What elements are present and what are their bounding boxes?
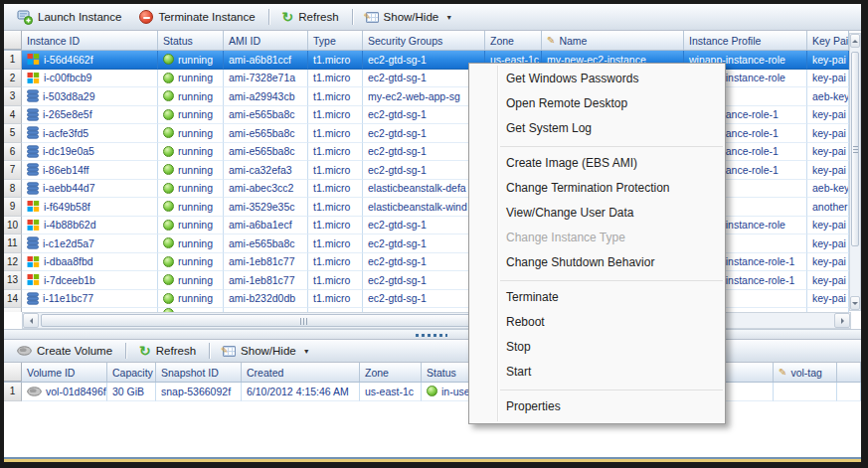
menu-item-reboot[interactable]: Reboot: [469, 310, 725, 335]
instances-header-row: Instance IDStatusAMI IDTypeSecurity Grou…: [4, 31, 849, 51]
row-number[interactable]: 1: [4, 383, 22, 401]
show-hide-columns-icon: ✎: [366, 12, 379, 23]
column-header-created[interactable]: Created: [242, 363, 360, 382]
linux-instance-icon: [27, 236, 39, 249]
cell-ami-id: ami-ca32efa3: [224, 161, 308, 180]
menu-item-create-image-ebs-ami[interactable]: Create Image (EBS AMI): [469, 151, 725, 176]
show-hide-columns-button[interactable]: ✎ Show/Hide ▼: [214, 341, 319, 362]
column-header-snapshot-id[interactable]: Snapshot ID: [156, 363, 242, 382]
cell-security-groups: ec2-gtd-sg-1: [363, 234, 485, 253]
volume-icon: [27, 387, 42, 396]
cell-type: t1.micro: [308, 87, 363, 106]
row-gutter-header[interactable]: [4, 363, 22, 382]
cell-key-pair: key-pai: [807, 161, 849, 180]
cell-key-pair: aeb-key: [807, 87, 849, 106]
cell-type: t1.micro: [308, 51, 363, 70]
column-header-label: Status: [163, 35, 193, 47]
column-header-instance-id[interactable]: Instance ID: [22, 31, 158, 50]
cell-instance-id: i-aebb44d7: [22, 180, 158, 199]
scroll-left-button[interactable]: [23, 313, 39, 328]
row-number[interactable]: 13: [4, 271, 22, 290]
row-gutter-header[interactable]: [4, 31, 22, 50]
panel-splitter[interactable]: [4, 329, 861, 340]
cell-instance-id: i-c00fbcb9: [22, 70, 158, 88]
status-running-icon: [163, 220, 174, 231]
row-number[interactable]: 11: [4, 234, 22, 253]
column-header-security-groups[interactable]: Security Groups: [363, 31, 485, 50]
menu-item-get-system-log[interactable]: Get System Log: [469, 116, 725, 141]
menu-item-stop[interactable]: Stop: [469, 335, 725, 360]
instances-vertical-scrollbar[interactable]: [849, 33, 861, 311]
scroll-up-button[interactable]: [850, 34, 860, 48]
row-number[interactable]: 6: [4, 143, 22, 162]
launch-instance-button[interactable]: Launch Instance: [8, 7, 130, 28]
column-header-label: AMI ID: [229, 35, 260, 47]
menu-item-get-windows-passwords[interactable]: Get Windows Passwords: [469, 67, 725, 91]
menu-item-properties[interactable]: Properties: [469, 394, 725, 419]
menu-item-open-remote-desktop[interactable]: Open Remote Desktop: [469, 91, 725, 116]
refresh-volumes-button[interactable]: ↻ Refresh: [130, 341, 205, 362]
cell-type: t1.micro: [308, 143, 363, 162]
column-header-key-pair[interactable]: Key Pair: [807, 31, 849, 50]
row-number[interactable]: 10: [4, 217, 22, 235]
cell-snapshot-id: snap-5366092f: [156, 383, 242, 401]
row-number[interactable]: 2: [4, 70, 22, 88]
show-hide-columns-button[interactable]: ✎ Show/Hide ▼: [357, 7, 462, 28]
terminate-instance-button[interactable]: Terminate Instance: [130, 7, 263, 28]
status-running-icon: [163, 293, 174, 304]
cell-status: running: [158, 87, 224, 106]
cell-key-pair: key-pai: [807, 253, 849, 272]
create-volume-label: Create Volume: [37, 345, 112, 357]
create-volume-icon: [17, 346, 32, 356]
row-number[interactable]: 3: [4, 87, 22, 106]
column-header-zone[interactable]: Zone: [360, 363, 422, 382]
menu-item-view-change-user-data[interactable]: View/Change User Data: [469, 201, 725, 226]
cell-ami-id: ami-a29943cb: [224, 87, 308, 106]
row-number[interactable]: 7: [4, 161, 22, 180]
row-number[interactable]: 1: [4, 51, 22, 70]
menu-item-terminate[interactable]: Terminate: [469, 285, 725, 310]
menu-item-start[interactable]: Start: [469, 360, 725, 385]
scroll-right-button[interactable]: [834, 313, 850, 328]
row-number[interactable]: 8: [4, 180, 22, 199]
cell-security-groups: ec2-gtd-sg-1: [363, 271, 485, 290]
column-header-capacity[interactable]: Capacity: [107, 363, 156, 382]
linux-instance-icon: [27, 163, 39, 176]
row-number[interactable]: 12: [4, 253, 22, 272]
column-header-blank[interactable]: [837, 363, 861, 382]
refresh-instances-button[interactable]: ↻ Refresh: [273, 7, 348, 28]
cell-status: running: [158, 106, 224, 125]
create-volume-button[interactable]: Create Volume: [8, 341, 121, 362]
column-header-instance-profile[interactable]: Instance Profile: [684, 31, 807, 50]
cell-status: running: [158, 51, 224, 70]
scroll-down-button[interactable]: [850, 296, 860, 310]
column-header-vol-tag[interactable]: ✎vol-tag: [774, 363, 837, 382]
cell-type: t1.micro: [308, 253, 363, 272]
row-number[interactable]: 4: [4, 106, 22, 125]
cell-status: running: [158, 180, 224, 199]
column-header-status[interactable]: Status: [158, 31, 224, 50]
menu-separator: [500, 390, 723, 390]
menu-item-change-shutdown-behavior[interactable]: Change Shutdown Behavior: [469, 250, 725, 275]
column-header-volume-id[interactable]: Volume ID: [22, 363, 107, 382]
cell-status: running: [158, 253, 224, 272]
row-number[interactable]: 9: [4, 198, 22, 217]
column-header-ami-id[interactable]: AMI ID: [224, 31, 308, 50]
cell-volume-id: vol-01d8496f: [22, 383, 107, 401]
cell-instance-id: i-56d4662f: [22, 51, 158, 70]
cell-status: running: [158, 161, 224, 180]
refresh-icon: ↻: [139, 345, 151, 357]
column-header-name[interactable]: ✎Name: [542, 31, 684, 50]
vertical-scroll-thumb[interactable]: [851, 52, 859, 246]
column-header-zone[interactable]: Zone: [485, 31, 542, 50]
status-running-icon: [163, 54, 174, 65]
cell-instance-id: i-11e1bc77: [22, 290, 158, 309]
cell-security-groups: ec2-gtd-sg-1: [363, 143, 485, 162]
instances-horizontal-scrollbar[interactable]: [22, 312, 851, 329]
row-number[interactable]: 5: [4, 124, 22, 143]
row-number[interactable]: 14: [4, 290, 22, 309]
row-number: [4, 308, 22, 312]
menu-item-change-termination-protection[interactable]: Change Termination Protection: [469, 176, 725, 201]
column-header-type[interactable]: Type: [308, 31, 363, 50]
volume-row-vol-01d8496f[interactable]: 1vol-01d8496f30 GiBsnap-5366092f6/10/201…: [4, 383, 861, 401]
